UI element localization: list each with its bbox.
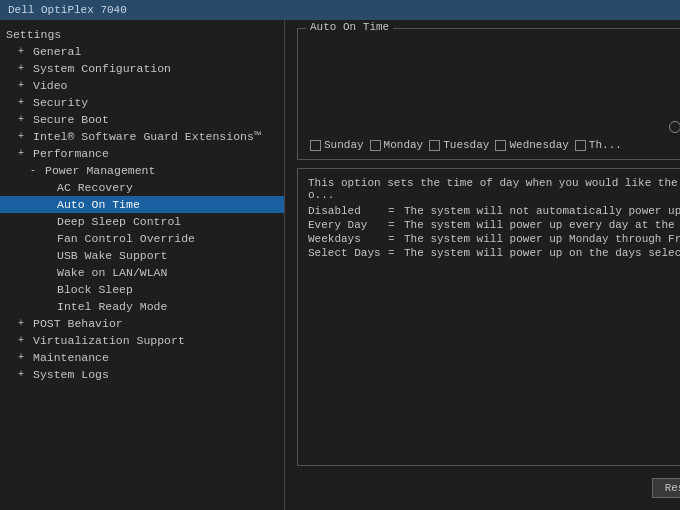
desc-row-disabled: Disabled = The system will not automatic… — [308, 205, 680, 217]
desc-sep-0: = — [388, 205, 404, 217]
tree-item-intel-sgx[interactable]: +Intel® Software Guard Extensions™ — [0, 128, 284, 145]
tree-item-performance[interactable]: +Performance — [0, 145, 284, 162]
tree-item-block-sleep[interactable]: Block Sleep — [0, 281, 284, 298]
expander-video: + — [18, 80, 30, 91]
sunday-checkbox — [310, 140, 321, 151]
tree-label-virtualization: Virtualization Support — [33, 334, 185, 347]
expander-security: + — [18, 97, 30, 108]
wednesday-label: Wednesday — [509, 139, 568, 151]
tree-item-wake-lan[interactable]: Wake on LAN/WLAN — [0, 264, 284, 281]
expander-performance: + — [18, 148, 30, 159]
tree-item-fan-control[interactable]: Fan Control Override — [0, 230, 284, 247]
tuesday-label: Tuesday — [443, 139, 489, 151]
desc-key-everyday: Every Day — [308, 219, 388, 231]
settings-root-label: Settings — [0, 26, 284, 43]
radio-selectdays-circle — [669, 121, 680, 133]
main-container: Settings +General+System Configuration+V… — [0, 20, 680, 510]
desc-val-selectdays: The system will power up on the days sel… — [404, 247, 680, 259]
tree-label-general: General — [33, 45, 81, 58]
tuesday-checkbox — [429, 140, 440, 151]
day-wednesday[interactable]: Wednesday — [495, 139, 568, 151]
thursday-label: Th... — [589, 139, 622, 151]
expander-general: + — [18, 46, 30, 57]
desc-val-weekdays: The system will power up Monday through … — [404, 233, 680, 245]
expander-system-config: + — [18, 63, 30, 74]
tree-label-performance: Performance — [33, 147, 109, 160]
tree-item-security[interactable]: +Security — [0, 94, 284, 111]
expander-power-mgmt: - — [30, 165, 42, 176]
tree-label-intel-sgx: Intel® Software Guard Extensions™ — [33, 130, 261, 143]
tree-label-system-logs: System Logs — [33, 368, 109, 381]
desc-key-disabled: Disabled — [308, 205, 388, 217]
tree-item-general[interactable]: +General — [0, 43, 284, 60]
tree-label-ac-recovery: AC Recovery — [57, 181, 133, 194]
tree-item-system-logs[interactable]: +System Logs — [0, 366, 284, 383]
left-panel: Settings +General+System Configuration+V… — [0, 20, 285, 510]
tree-label-auto-on-time: Auto On Time — [57, 198, 140, 211]
day-thursday[interactable]: Th... — [575, 139, 622, 151]
desc-row-weekdays: Weekdays = The system will power up Mond… — [308, 233, 680, 245]
tree-item-deep-sleep[interactable]: Deep Sleep Control — [0, 213, 284, 230]
tree-label-system-config: System Configuration — [33, 62, 171, 75]
tree-container: +General+System Configuration+Video+Secu… — [0, 43, 284, 383]
monday-label: Monday — [384, 139, 424, 151]
tree-item-secure-boot[interactable]: +Secure Boot — [0, 111, 284, 128]
tree-item-virtualization[interactable]: +Virtualization Support — [0, 332, 284, 349]
tree-label-video: Video — [33, 79, 68, 92]
tree-item-ac-recovery[interactable]: AC Recovery — [0, 179, 284, 196]
tree-label-intel-ready: Intel Ready Mode — [57, 300, 167, 313]
expander-intel-sgx: + — [18, 131, 30, 142]
tree-item-auto-on-time[interactable]: Auto On Time — [0, 196, 284, 213]
tree-item-system-config[interactable]: +System Configuration — [0, 60, 284, 77]
desc-table: Disabled = The system will not automatic… — [308, 205, 680, 259]
radio-select-days[interactable]: Select Days — [669, 121, 680, 133]
desc-val-everyday: The system will power up every day at th… — [404, 219, 680, 231]
restore-settings-button[interactable]: Restore Settings — [652, 478, 680, 498]
desc-row-selectdays: Select Days = The system will power up o… — [308, 247, 680, 259]
sunday-label: Sunday — [324, 139, 364, 151]
bottom-bar: Restore Settings — [297, 474, 680, 502]
time-label-row: HH MM A/P — [310, 57, 680, 68]
day-sunday[interactable]: Sunday — [310, 139, 364, 151]
tree-label-deep-sleep: Deep Sleep Control — [57, 215, 181, 228]
desc-row-everyday: Every Day = The system will power up eve… — [308, 219, 680, 231]
desc-sep-2: = — [388, 233, 404, 245]
desc-key-weekdays: Weekdays — [308, 233, 388, 245]
right-panel: Auto On Time 08 : 25 AM HH MM A/P Disabl… — [285, 20, 680, 510]
tree-item-power-mgmt[interactable]: -Power Management — [0, 162, 284, 179]
desc-key-selectdays: Select Days — [308, 247, 388, 259]
desc-intro: This option sets the time of day when yo… — [308, 177, 680, 201]
tree-label-secure-boot: Secure Boot — [33, 113, 109, 126]
title-text: Dell OptiPlex 7040 — [8, 4, 127, 16]
desc-sep-1: = — [388, 219, 404, 231]
monday-checkbox — [370, 140, 381, 151]
day-tuesday[interactable]: Tuesday — [429, 139, 489, 151]
thursday-checkbox — [575, 140, 586, 151]
tree-label-post-behavior: POST Behavior — [33, 317, 123, 330]
expander-secure-boot: + — [18, 114, 30, 125]
auto-on-time-group: Auto On Time 08 : 25 AM HH MM A/P Disabl… — [297, 28, 680, 160]
desc-sep-3: = — [388, 247, 404, 259]
tree-item-usb-wake[interactable]: USB Wake Support — [0, 247, 284, 264]
time-row: 08 : 25 AM — [310, 41, 680, 55]
tree-label-security: Security — [33, 96, 88, 109]
tree-label-block-sleep: Block Sleep — [57, 283, 133, 296]
tree-item-maintenance[interactable]: +Maintenance — [0, 349, 284, 366]
group-title: Auto On Time — [306, 21, 393, 33]
expander-post-behavior: + — [18, 318, 30, 329]
tree-label-usb-wake: USB Wake Support — [57, 249, 167, 262]
title-bar: Dell OptiPlex 7040 — [0, 0, 680, 20]
radio-options: Disabled Every Day Weekdays Select Days — [310, 76, 680, 133]
expander-maintenance: + — [18, 352, 30, 363]
tree-item-intel-ready[interactable]: Intel Ready Mode — [0, 298, 284, 315]
description-box: This option sets the time of day when yo… — [297, 168, 680, 466]
expander-virtualization: + — [18, 335, 30, 346]
desc-val-disabled: The system will not automatically power … — [404, 205, 680, 217]
expander-system-logs: + — [18, 369, 30, 380]
tree-label-wake-lan: Wake on LAN/WLAN — [57, 266, 167, 279]
tree-item-video[interactable]: +Video — [0, 77, 284, 94]
wednesday-checkbox — [495, 140, 506, 151]
day-monday[interactable]: Monday — [370, 139, 424, 151]
tree-item-post-behavior[interactable]: +POST Behavior — [0, 315, 284, 332]
tree-label-fan-control: Fan Control Override — [57, 232, 195, 245]
